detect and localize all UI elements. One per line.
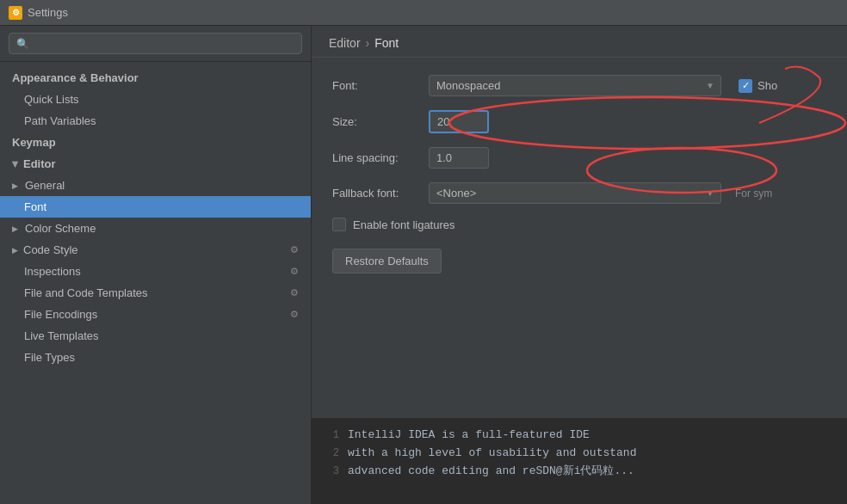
- ligatures-label: Enable font ligatures: [353, 218, 455, 231]
- window-title: Settings: [28, 6, 68, 19]
- code-style-arrow-icon: ▶: [12, 246, 18, 255]
- editor-arrow-icon: ▶: [11, 161, 20, 167]
- preview-code-2: with a high level of usability and outst…: [348, 445, 636, 463]
- font-row: Font: Monospaced Consolas JetBrains Mono…: [332, 75, 826, 96]
- search-wrap[interactable]: 🔍: [9, 33, 302, 54]
- sidebar-item-live-templates[interactable]: Live Templates: [0, 325, 311, 347]
- search-input[interactable]: [34, 37, 294, 50]
- sidebar: 🔍 Appearance & Behavior Quick Lists Path…: [0, 26, 312, 504]
- font-select[interactable]: Monospaced Consolas JetBrains Mono: [429, 75, 721, 96]
- size-input[interactable]: [429, 110, 489, 133]
- preview-area: 1 IntelliJ IDEA is a full-featured IDE 2…: [312, 418, 847, 504]
- preview-line-2: 2 with a high level of usability and out…: [325, 445, 833, 463]
- font-label: Font:: [332, 79, 418, 92]
- main-layout: 🔍 Appearance & Behavior Quick Lists Path…: [0, 26, 847, 504]
- ligatures-checkbox[interactable]: [332, 218, 346, 231]
- search-icon: 🔍: [16, 38, 29, 50]
- sidebar-item-file-encodings[interactable]: File Encodings ⚙: [0, 304, 311, 325]
- nav-tree: Appearance & Behavior Quick Lists Path V…: [0, 62, 311, 504]
- size-row: Size:: [332, 110, 826, 133]
- line-number-2: 2: [325, 446, 339, 462]
- fallback-row: Fallback font: <None> ▼ For sym: [332, 182, 826, 204]
- sidebar-item-color-scheme[interactable]: ▶ Color Scheme: [0, 218, 311, 239]
- line-number-1: 1: [325, 427, 339, 444]
- general-arrow-icon: ▶: [12, 181, 18, 190]
- preview-code-1: IntelliJ IDEA is a full-featured IDE: [348, 427, 590, 445]
- sidebar-item-keymap[interactable]: Keymap: [0, 132, 311, 153]
- app-icon: ⚙: [9, 6, 22, 20]
- search-bar: 🔍: [0, 26, 311, 62]
- sidebar-item-path-variables[interactable]: Path Variables: [0, 110, 311, 132]
- breadcrumb: Editor › Font: [312, 26, 847, 58]
- checkmark-icon: ✓: [742, 80, 750, 91]
- color-scheme-arrow-icon: ▶: [12, 224, 18, 233]
- ligatures-row: Enable font ligatures: [332, 218, 826, 231]
- title-bar: ⚙ Settings: [0, 0, 847, 26]
- sidebar-item-editor[interactable]: ▶ Editor: [0, 153, 311, 175]
- fallback-note: For sym: [735, 187, 772, 200]
- code-style-settings-icon: ⚙: [290, 244, 299, 255]
- line-number-3: 3: [325, 464, 339, 480]
- sidebar-item-general[interactable]: ▶ General: [0, 175, 311, 196]
- fallback-select-wrap: <None> ▼: [429, 182, 721, 204]
- restore-defaults-button[interactable]: Restore Defaults: [332, 249, 442, 274]
- show-checkbox[interactable]: ✓: [739, 79, 752, 93]
- right-panel-wrapper: Editor › Font Font: Monospaced Consolas …: [312, 26, 847, 504]
- preview-code-3: advanced code editing and reSDN@新i代码粒...: [348, 463, 634, 481]
- sidebar-item-file-types[interactable]: File Types: [0, 347, 311, 368]
- file-templates-settings-icon: ⚙: [290, 287, 299, 298]
- show-label: Sho: [757, 79, 777, 92]
- size-label: Size:: [332, 115, 418, 128]
- font-select-wrap: Monospaced Consolas JetBrains Mono ▼: [429, 75, 721, 96]
- right-panel: Editor › Font Font: Monospaced Consolas …: [312, 26, 847, 504]
- line-spacing-label: Line spacing:: [332, 151, 418, 164]
- file-encodings-settings-icon: ⚙: [290, 309, 299, 320]
- breadcrumb-separator: ›: [366, 36, 370, 50]
- breadcrumb-current: Font: [374, 36, 399, 50]
- fallback-label: Fallback font:: [332, 187, 418, 200]
- inspections-settings-icon: ⚙: [290, 266, 299, 277]
- sidebar-item-file-code-templates[interactable]: File and Code Templates ⚙: [0, 282, 311, 304]
- preview-line-1: 1 IntelliJ IDEA is a full-featured IDE: [325, 427, 833, 445]
- sidebar-item-inspections[interactable]: Inspections ⚙: [0, 261, 311, 282]
- breadcrumb-parent: Editor: [329, 36, 361, 50]
- fallback-select[interactable]: <None>: [429, 182, 721, 204]
- show-checkbox-wrap: ✓ Sho: [739, 79, 777, 93]
- form-area: Font: Monospaced Consolas JetBrains Mono…: [312, 58, 847, 418]
- sidebar-item-appearance-behavior[interactable]: Appearance & Behavior: [0, 67, 311, 89]
- sidebar-item-code-style[interactable]: ▶ Code Style ⚙: [0, 239, 311, 261]
- sidebar-item-quick-lists[interactable]: Quick Lists: [0, 89, 311, 110]
- line-spacing-row: Line spacing:: [332, 147, 826, 169]
- preview-line-3: 3 advanced code editing and reSDN@新i代码粒.…: [325, 463, 833, 481]
- line-spacing-input[interactable]: [429, 147, 489, 169]
- sidebar-item-font[interactable]: Font: [0, 196, 311, 218]
